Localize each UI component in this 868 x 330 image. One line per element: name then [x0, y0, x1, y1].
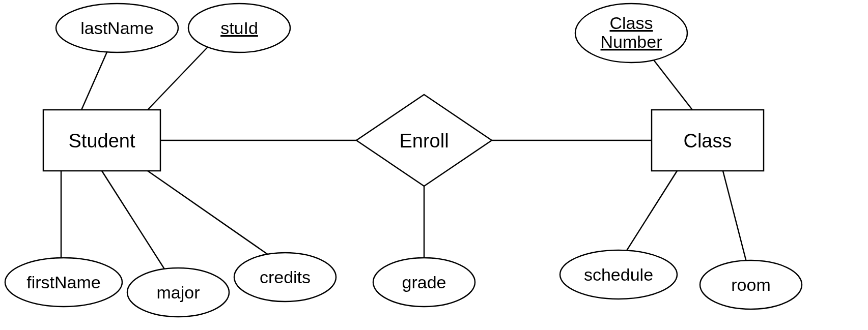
connector [148, 41, 214, 110]
attribute-credits-label: credits [260, 267, 311, 287]
entity-class-label: Class [683, 130, 732, 152]
relationship-enroll-label: Enroll [399, 130, 449, 152]
attribute-lastname-label: lastName [80, 18, 154, 38]
attribute-classnumber-label-1: Class [609, 13, 653, 33]
connector [723, 171, 748, 269]
er-diagram: Student Class Enroll lastName stuId firs… [0, 0, 868, 330]
attribute-schedule-label: schedule [584, 265, 653, 284]
attribute-classnumber-label-2: Number [601, 32, 662, 51]
attribute-room-label: room [731, 275, 770, 294]
attribute-grade-label: grade [402, 273, 446, 292]
connector [621, 171, 677, 259]
connector [102, 171, 168, 275]
connector [148, 171, 275, 259]
attribute-stuid-label: stuId [220, 18, 258, 38]
attribute-firstname-label: firstName [26, 273, 100, 292]
attribute-major-label: major [156, 283, 200, 302]
entity-student-label: Student [69, 130, 135, 152]
